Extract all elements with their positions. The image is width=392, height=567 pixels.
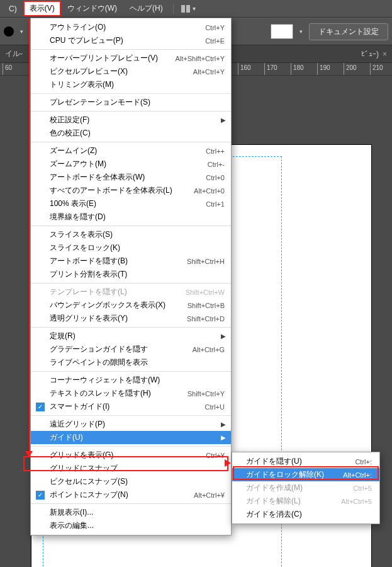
- menu-item-label: スライスを表示(S): [50, 229, 225, 240]
- menu-help[interactable]: ヘルプ(H): [123, 1, 169, 16]
- menu-item-label: ピクセルにスナップ(S): [50, 476, 225, 487]
- menu-window[interactable]: ウィンドウ(W): [61, 1, 123, 16]
- menu-separator: [31, 226, 231, 226]
- menu-item-shortcut: Ctrl+-: [208, 161, 225, 168]
- menu-item-label: 透明グリッドを表示(Y): [50, 313, 187, 324]
- chevron-down-icon[interactable]: ▾: [297, 28, 305, 35]
- menu-item[interactable]: グラデーションガイドを隠すAlt+Ctrl+G: [31, 343, 231, 356]
- menu-item[interactable]: 定規(R)▶: [31, 329, 231, 343]
- menu-item[interactable]: テキストのスレッドを隠す(H)Shift+Ctrl+Y: [31, 387, 231, 400]
- menu-separator: [31, 93, 231, 94]
- menu-item-label: グリッドにスナップ: [50, 463, 225, 474]
- menu-item-label: ライブペイントの隙間を表示: [50, 357, 225, 368]
- arrange-icon: [181, 5, 190, 13]
- menu-item-shortcut: Alt+Ctrl+¥: [194, 491, 225, 499]
- menu-item[interactable]: アートボードを全体表示(W)Ctrl+0: [31, 171, 231, 184]
- ruler-tick: 180: [293, 64, 304, 71]
- menu-item[interactable]: ✓ポイントにスナップ(N)Alt+Ctrl+¥: [31, 488, 231, 501]
- submenu-item[interactable]: ガイドを消去(C): [232, 508, 379, 521]
- menu-item: テンプレートを隠す(L)Shift+Ctrl+W: [31, 285, 231, 299]
- menu-item-label: すべてのアートボードを全体表示(L): [50, 185, 194, 196]
- menu-item[interactable]: ライブペイントの隙間を表示: [31, 356, 231, 369]
- menu-item[interactable]: アウトライン(O)Ctrl+Y: [31, 21, 231, 34]
- menu-item-shortcut: Alt+Ctrl+Y: [193, 68, 225, 76]
- menu-item[interactable]: 色の校正(C): [31, 127, 231, 140]
- menu-item[interactable]: すべてのアートボードを全体表示(L)Alt+Ctrl+0: [31, 184, 231, 197]
- menu-view[interactable]: 表示(V): [23, 1, 61, 16]
- menu-item-label: グリッドを表示(G): [50, 450, 206, 461]
- menu-item-shortcut: Ctrl+0: [206, 174, 225, 181]
- fill-swatch[interactable]: [4, 26, 14, 37]
- menu-item[interactable]: トリミング表示(M): [31, 78, 231, 91]
- menu-item[interactable]: CPU でプレビュー(P)Ctrl+E: [31, 34, 231, 47]
- stroke-swatch[interactable]: [271, 24, 293, 39]
- arrange-documents-button[interactable]: ▾: [177, 5, 199, 13]
- chevron-right-icon: ▶: [221, 117, 226, 123]
- menu-item-label: テキストのスレッドを隠す(H): [50, 388, 188, 399]
- menu-item[interactable]: 校正設定(F)▶: [31, 113, 231, 127]
- submenu-item-shortcut: Alt+Ctrl+5: [341, 498, 372, 505]
- submenu-item-label: ガイドをロック解除(K): [246, 469, 343, 480]
- menu-item-label: スライスをロック(K): [50, 243, 225, 253]
- chevron-down-icon[interactable]: ▾: [18, 28, 26, 35]
- menu-separator: [31, 111, 231, 112]
- menu-item-shortcut: Ctrl++: [206, 147, 225, 155]
- menu-separator: [31, 371, 231, 372]
- submenu-item-label: ガイドを消去(C): [246, 509, 372, 520]
- menu-item[interactable]: 新規表示(I)...: [31, 506, 231, 519]
- ruler-tick: 160: [240, 64, 251, 71]
- submenu-item-shortcut: Ctrl+5: [353, 484, 372, 492]
- menu-item[interactable]: ピクセルにスナップ(S): [31, 475, 231, 488]
- menu-prev-fragment[interactable]: C): [3, 2, 23, 16]
- menu-item[interactable]: プリント分割を表示(T): [31, 268, 231, 281]
- menu-item[interactable]: オーバープリントプレビュー(V)Alt+Shift+Ctrl+Y: [31, 52, 231, 65]
- submenu-item[interactable]: ガイドをロック解除(K)Alt+Ctrl+:: [232, 468, 379, 481]
- menu-item[interactable]: スライスを表示(S): [31, 228, 231, 241]
- ruler-tick: 60: [5, 64, 12, 71]
- menu-separator: [31, 49, 231, 50]
- menu-item[interactable]: ズームアウト(M)Ctrl+-: [31, 158, 231, 171]
- menu-item[interactable]: スライスをロック(K): [31, 241, 231, 255]
- annotation-arrowhead: [225, 459, 231, 467]
- menu-item[interactable]: プレゼンテーションモード(S): [31, 96, 231, 109]
- document-tab[interactable]: イル-: [5, 49, 23, 59]
- menu-item[interactable]: アートボードを隠す(B)Shift+Ctrl+H: [31, 255, 231, 268]
- document-setup-button[interactable]: ドキュメント設定: [309, 23, 388, 40]
- menu-item-label: アートボードを全体表示(W): [50, 172, 206, 183]
- tab-label: ﾋﾞｭｰ): [361, 50, 379, 59]
- menu-item-shortcut: Shift+Ctrl+W: [186, 289, 225, 296]
- document-tab[interactable]: ﾋﾞｭｰ) ×: [361, 50, 387, 59]
- menu-bar: C) 表示(V) ウィンドウ(W) ヘルプ(H) ▾: [0, 0, 392, 18]
- menu-item-label: アウトライン(O): [50, 22, 205, 33]
- menu-item-shortcut: Alt+Shift+Ctrl+Y: [175, 55, 225, 62]
- submenu-item[interactable]: ガイドを隠す(U)Ctrl+:: [232, 455, 379, 468]
- menu-item[interactable]: ✓スマートガイド(I)Ctrl+U: [31, 400, 231, 413]
- menu-item-shortcut: Ctrl+¥: [206, 452, 225, 459]
- menu-item[interactable]: 遠近グリッド(P)▶: [31, 418, 231, 431]
- menu-item[interactable]: ガイド(U)▶: [31, 431, 231, 444]
- menu-item-label: 定規(R): [50, 331, 225, 341]
- close-icon[interactable]: ×: [383, 50, 387, 59]
- menu-item[interactable]: 境界線を隠す(D): [31, 210, 231, 224]
- menu-item[interactable]: グリッドにスナップ: [31, 462, 231, 475]
- menu-item[interactable]: 100% 表示(E)Ctrl+1: [31, 197, 231, 210]
- submenu-item-label: ガイドを解除(L): [246, 496, 341, 507]
- ruler-tick: 200: [346, 64, 357, 71]
- menu-item[interactable]: バウンディングボックスを表示(X)Shift+Ctrl+B: [31, 299, 231, 312]
- menu-item[interactable]: 表示の編集...: [31, 519, 231, 532]
- submenu-item-shortcut: Ctrl+:: [355, 458, 372, 466]
- menu-separator: [31, 415, 231, 416]
- menu-item-shortcut: Shift+Ctrl+Y: [188, 390, 225, 398]
- menu-item[interactable]: グリッドを表示(G)Ctrl+¥: [31, 449, 231, 462]
- menu-item-label: テンプレートを隠す(L): [50, 287, 186, 297]
- menu-item-label: アートボードを隠す(B): [50, 256, 187, 266]
- menu-item[interactable]: ズームイン(Z)Ctrl++: [31, 144, 231, 158]
- menu-item-label: 表示の編集...: [50, 520, 225, 531]
- menu-item[interactable]: 透明グリッドを表示(Y)Shift+Ctrl+D: [31, 312, 231, 325]
- menu-item-shortcut: Ctrl+1: [206, 200, 225, 208]
- menu-item[interactable]: ピクセルプレビュー(X)Alt+Ctrl+Y: [31, 65, 231, 78]
- menu-item[interactable]: コーナーウィジェットを隠す(W): [31, 374, 231, 387]
- menu-item-shortcut: Ctrl+E: [205, 37, 225, 45]
- check-icon: ✓: [36, 403, 45, 411]
- submenu-item: ガイドを作成(M)Ctrl+5: [232, 481, 379, 495]
